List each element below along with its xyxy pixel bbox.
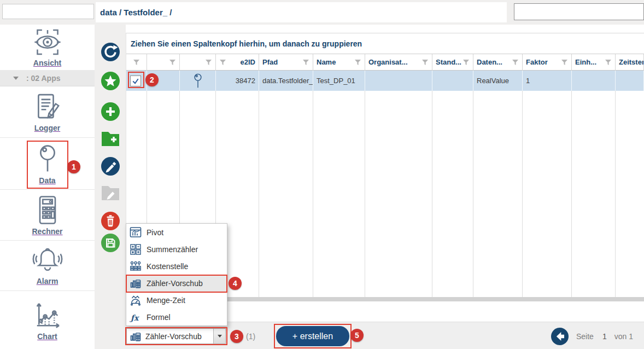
filter-icon[interactable]	[354, 59, 361, 66]
cell-pfad: data.Testfolder_	[259, 71, 313, 91]
create-button[interactable]: + erstellen	[276, 326, 349, 346]
add-folder-button[interactable]	[101, 130, 120, 147]
sidebar-item-label: Ansicht	[33, 59, 61, 67]
column-header-faktor[interactable]: Faktor	[523, 54, 572, 71]
sidebar-item-label: Rechner	[32, 227, 62, 236]
previous-page-button[interactable]	[551, 328, 569, 345]
cell-faktor: 1	[523, 71, 572, 91]
cost-center-icon	[130, 260, 142, 272]
app-window: data / Testfolder_ / Ansicht : 02 Apps	[0, 0, 644, 349]
menu-item-menge-zeit[interactable]: Menge-Zeit	[126, 292, 227, 309]
column-header-einheit[interactable]: Einh...	[572, 54, 616, 71]
cell-datentyp: RealValue	[473, 71, 523, 91]
sidebar-item-logger[interactable]: Logger	[0, 86, 95, 138]
filter-icon[interactable]	[302, 59, 309, 66]
filter-icon[interactable]	[512, 59, 519, 66]
column-header-type[interactable]	[180, 54, 216, 71]
favorite-button[interactable]	[101, 72, 120, 90]
body-column	[313, 91, 365, 298]
sidebar-item-label: Chart	[37, 332, 57, 341]
menu-item-pivot[interactable]: Pivot	[126, 224, 227, 241]
group-by-zone[interactable]: Ziehen Sie einen Spaltenkopf hierhin, um…	[126, 33, 644, 54]
sidebar-item-data[interactable]: Data	[0, 138, 95, 190]
filter-icon[interactable]	[169, 59, 176, 66]
annotation-badge-2: 2	[145, 73, 159, 86]
cell-einheit	[572, 71, 616, 91]
column-header-pfad[interactable]: Pfad	[259, 54, 313, 71]
column-header-e2id[interactable]: e2ID	[216, 54, 259, 71]
row-checkbox[interactable]	[130, 75, 141, 86]
filter-icon[interactable]	[605, 59, 612, 66]
pencil-icon	[101, 157, 120, 176]
sidebar-item-label: Data	[39, 176, 55, 185]
sidebar-item-chart[interactable]: Chart	[0, 291, 95, 349]
folder-plus-icon	[101, 130, 120, 147]
refresh-button[interactable]	[101, 43, 120, 61]
logger-icon	[32, 91, 63, 122]
column-header-select[interactable]	[126, 54, 147, 71]
sum-counter-icon	[130, 243, 142, 255]
column-header-name[interactable]: Name	[313, 54, 365, 71]
page-total: von 1	[614, 332, 633, 341]
menu-item-zaehler-vorschub[interactable]: Zähler-Vorschub	[126, 275, 227, 292]
search-input[interactable]	[514, 3, 644, 20]
data-pin-icon	[33, 143, 62, 174]
column-label: Zeitstem...	[619, 58, 644, 66]
sidebar-item-rechner[interactable]: Rechner	[0, 190, 95, 241]
sidebar-item-label: Logger	[34, 124, 60, 132]
filter-icon[interactable]	[462, 59, 470, 66]
breadcrumb-bar: data / Testfolder_ /	[96, 2, 507, 22]
column-label: Pfad	[262, 58, 278, 66]
save-button[interactable]	[101, 234, 120, 252]
edit-button[interactable]	[101, 157, 120, 176]
menu-item-formel[interactable]: ƒx Formel	[126, 309, 227, 325]
column-header-blank[interactable]	[147, 54, 180, 71]
column-header-zeitstempel[interactable]: Zeitstem...	[616, 54, 644, 71]
delete-button[interactable]	[101, 212, 120, 230]
menu-item-summenzaehler[interactable]: Summenzähler	[126, 241, 227, 258]
selection-count: (1)	[246, 332, 255, 341]
cell-select	[126, 71, 147, 91]
star-icon	[101, 72, 120, 90]
filter-icon[interactable]	[421, 59, 429, 66]
sidebar-item-label: Alarm	[37, 277, 58, 286]
edit-folder-button-disabled	[101, 184, 120, 201]
sidebar-item-ansicht[interactable]: Ansicht	[0, 25, 95, 70]
type-select[interactable]: Zähler-Vorschub	[126, 328, 226, 344]
page-label: Seite	[576, 332, 594, 341]
counter-feed-icon	[130, 277, 142, 289]
column-header-standort[interactable]: Stand...	[432, 54, 473, 71]
body-column	[572, 91, 616, 298]
sidebar-group-apps[interactable]: : 02 Apps	[0, 70, 95, 86]
filter-icon[interactable]	[561, 59, 568, 66]
column-header-datentyp[interactable]: Daten...	[473, 54, 523, 71]
cell-standort	[432, 71, 473, 91]
body-column	[616, 91, 644, 298]
filter-icon[interactable]	[219, 59, 226, 66]
type-select-arrow-button[interactable]	[213, 329, 225, 344]
menu-item-label: Menge-Zeit	[147, 296, 185, 305]
cell-type	[180, 71, 216, 91]
sidebar-item-alarm[interactable]: Alarm	[0, 241, 95, 291]
add-button[interactable]	[101, 102, 120, 121]
page-number[interactable]: 1	[602, 332, 607, 341]
filter-icon[interactable]	[205, 59, 212, 66]
folder-pencil-icon	[101, 184, 120, 201]
filter-icon[interactable]	[133, 59, 140, 66]
sidebar-search-input[interactable]	[2, 4, 94, 19]
collapse-caret-icon	[13, 77, 19, 80]
save-icon	[101, 234, 120, 252]
type-select-value: Zähler-Vorschub	[145, 332, 209, 341]
formula-icon: ƒx	[130, 311, 142, 323]
cell-name: Test_DP_01	[313, 71, 365, 91]
table-row-selected[interactable]: 38472 data.Testfolder_ Test_DP_01 RealVa…	[126, 71, 644, 91]
column-label: Daten...	[477, 58, 502, 66]
grid-header-row: e2ID Pfad Name Organisat... Stand... Dat…	[126, 54, 644, 71]
breadcrumb[interactable]: data / Testfolder_ /	[100, 8, 172, 17]
plus-icon	[101, 102, 120, 121]
chart-icon	[32, 300, 63, 330]
column-label: Einh...	[575, 58, 596, 66]
column-header-organisation[interactable]: Organisat...	[365, 54, 432, 71]
menu-item-label: Kostenstelle	[147, 262, 188, 271]
menu-item-kostenstelle[interactable]: Kostenstelle	[126, 258, 227, 275]
